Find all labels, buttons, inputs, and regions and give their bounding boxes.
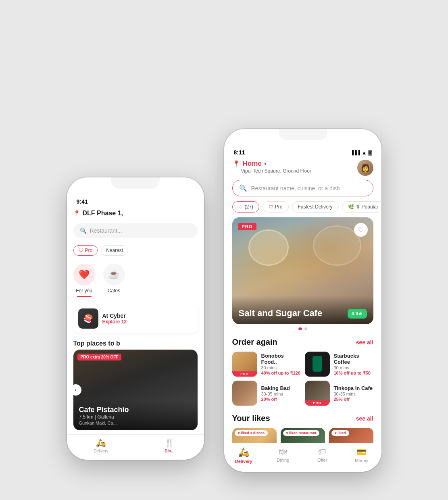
back-filter-nearest[interactable]: Nearest	[101, 245, 128, 256]
filter-fastest[interactable]: Fastest Delivery	[292, 201, 339, 212]
likes-tag-3-text: ♥ liked	[335, 431, 346, 435]
bonobos-thumb: PRO	[232, 352, 257, 377]
bonobos-info: Bonobos Food.. 30 mins 40% off up to ₹12…	[261, 353, 301, 376]
front-status-bar: 8:11 ▐▐▐ ▲ ▓	[224, 144, 381, 157]
hero-favorite-button[interactable]: ♡	[354, 223, 368, 237]
location-name: Home	[243, 160, 262, 168]
bonobos-discount: 40% off up to ₹120	[261, 371, 301, 376]
dining-icon: 🍴	[165, 438, 175, 448]
at-cyber-info: At Cyber Explore 12	[102, 312, 127, 325]
top-places-title: Top places to b	[67, 336, 204, 350]
front-nav-delivery[interactable]: 🛵 Delivery	[224, 447, 264, 464]
hero-bottom-bar: Salt and Sugar Cafe 4.9★	[232, 296, 373, 324]
order-again-header: Order again see all	[224, 338, 381, 352]
back-search-bar[interactable]: 🔍 Restaurant...	[73, 223, 198, 238]
card-overlay: Cafe Pistachio 7.5 km | Galleria Gunkan …	[73, 401, 198, 430]
search-placeholder: Restaurant name, cuisine, or a dish	[251, 185, 340, 192]
baking-thumb	[232, 381, 257, 406]
likes-tag-2: ♥ liked restaurant	[283, 430, 320, 436]
back-nearest-label: Nearest	[106, 248, 123, 253]
hero-card[interactable]: PRO ♡ Salt and Sugar Cafe 4.9★	[232, 217, 373, 324]
order-again-see-all[interactable]: see all	[356, 339, 373, 346]
pro-label: Pro	[275, 204, 283, 210]
dot-2	[304, 327, 307, 330]
card-sub: 7.5 km | Galleria	[79, 414, 192, 420]
filter-pro[interactable]: 🛡 Pro	[263, 201, 289, 212]
your-likes-header: Your likes see all	[224, 414, 381, 428]
order-again-title: Order again	[232, 338, 277, 347]
chevron-down-icon[interactable]: ▾	[264, 161, 267, 167]
top-places-card[interactable]: ‹ PRO extra 20% OFF Cafe Pistachio 7.5 k…	[73, 350, 198, 430]
bonobos-time: 30 mins	[261, 365, 301, 370]
search-icon: 🔍	[239, 184, 247, 192]
category-tabs: ❤️ For you ☕ Cafes	[67, 260, 204, 301]
likes-tag-3: ♥ liked	[331, 430, 349, 436]
starbucks-discount: 10% off up to ₹50	[334, 371, 373, 376]
cat-cafes[interactable]: ☕ Cafes	[103, 264, 125, 297]
bowl-decor-1	[248, 229, 289, 266]
at-cyber-banner[interactable]: 🍣 At Cyber Explore 12	[73, 304, 198, 333]
front-offer-icon: 🏷	[318, 447, 326, 456]
back-nav-delivery[interactable]: 🛵 Delivery	[67, 438, 135, 453]
tinkopa-discount: 25% off	[334, 397, 373, 402]
filter-popular[interactable]: 🌿 ⇅ Popular	[342, 201, 381, 212]
order-item-starbucks[interactable]: Starbucks Coffee 30 mins 10% off up to ₹…	[305, 352, 373, 377]
hero-rating: 4.9★	[348, 309, 367, 319]
delivery-icon: 🛵	[96, 438, 106, 448]
back-nav-dining[interactable]: 🍴 Din...	[135, 438, 204, 453]
order-item-baking[interactable]: Baking Bad 30-35 mins 20% off	[232, 381, 301, 406]
heart-icon: ♡	[238, 204, 243, 210]
for-you-label: For you	[76, 288, 92, 294]
front-nav-dining[interactable]: 🍽 Dining	[263, 447, 303, 464]
front-nav-money[interactable]: 💳 Money	[342, 447, 381, 464]
user-avatar[interactable]: 👩	[357, 160, 373, 176]
tinkopa-info: Tinkopa In Cafe 30-35 mins 25% off	[334, 385, 373, 402]
card-dish: Gunkan Maki, Ca...	[79, 421, 192, 425]
cat-for-you[interactable]: ❤️ For you	[73, 264, 95, 297]
back-bottom-nav: 🛵 Delivery 🍴 Din...	[67, 434, 204, 460]
front-bottom-nav: 🛵 Delivery 🍽 Dining 🏷 Offer 💳 Money	[224, 443, 381, 472]
pro-shield-icon: 🛡	[269, 204, 273, 209]
baking-time: 30-35 mins	[261, 392, 290, 396]
location-block: 📍 Home ▾ Vipul Tech Sqaure, Ground Floor	[232, 160, 311, 174]
for-you-icon: ❤️	[73, 264, 95, 285]
tinkopa-pro-badge: PRO	[305, 400, 330, 406]
back-status-time: 9:41	[77, 198, 88, 205]
baking-discount: 20% off	[261, 397, 290, 402]
back-location[interactable]: 📍 DLF Phase 1,	[67, 206, 204, 220]
front-offer-label: Offer	[317, 458, 327, 462]
location-row[interactable]: 📍 Home ▾	[232, 160, 311, 168]
bonobos-name: Bonobos Food..	[261, 353, 301, 365]
front-nav-offer[interactable]: 🏷 Offer	[303, 447, 342, 464]
your-likes-see-all[interactable]: see all	[356, 415, 373, 422]
for-you-underline	[77, 296, 92, 297]
back-nav-delivery-label: Delivery	[94, 449, 108, 453]
order-item-tinkopa[interactable]: PRO Tinkopa In Cafe 30-35 mins 25% off	[305, 381, 373, 406]
back-filter-pro[interactable]: 🛡 Pro	[73, 245, 98, 256]
front-status-time: 8:11	[234, 149, 245, 156]
pro-icon: 🛡	[79, 248, 83, 253]
front-delivery-label: Delivery	[235, 459, 252, 464]
starbucks-name: Starbucks Coffee	[334, 353, 373, 365]
starbucks-time: 30 mins	[334, 365, 373, 370]
tinkopa-name: Tinkopa In Cafe	[334, 385, 373, 391]
sort-icon: ⇅	[356, 204, 360, 210]
order-item-bonobos[interactable]: PRO Bonobos Food.. 30 mins 40% off up to…	[232, 352, 301, 377]
status-icons: ▐▐▐ ▲ ▓	[350, 150, 371, 156]
popular-label: Popular	[362, 204, 378, 210]
back-pro-label: Pro	[85, 248, 93, 253]
signal-icon: ▐▐▐	[350, 150, 360, 155]
cafes-icon: ☕	[103, 264, 125, 285]
tinkopa-thumb: PRO	[305, 381, 330, 406]
hero-cafe-name: Salt and Sugar Cafe	[239, 308, 323, 319]
search-bar[interactable]: 🔍 Restaurant name, cuisine, or a dish	[232, 180, 373, 196]
filter-favorites[interactable]: ♡ (27)	[232, 201, 259, 212]
dot-1	[298, 327, 302, 330]
at-cyber-title: At Cyber	[102, 312, 127, 319]
back-search-placeholder: Restaurant...	[90, 227, 122, 234]
cafes-label: Cafes	[108, 288, 120, 294]
avatar-image: 👩	[357, 160, 373, 176]
likes-tag-1: ♥ liked 3 dishes	[235, 430, 268, 436]
filter-row: ♡ (27) 🛡 Pro Fastest Delivery 🌿 ⇅ Popula…	[224, 201, 381, 217]
card-name: Cafe Pistachio	[79, 406, 192, 414]
